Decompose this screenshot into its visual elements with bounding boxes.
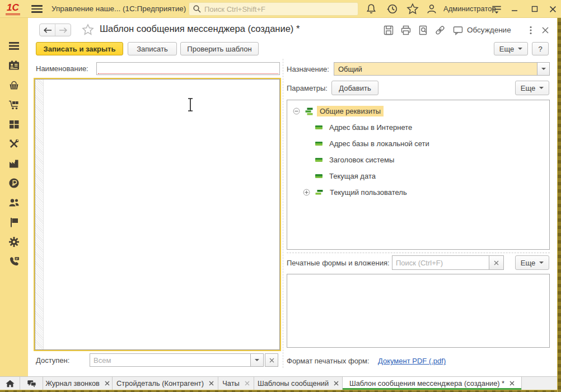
app-title: Управление наше... (1С:Предприятие) — [52, 0, 186, 18]
tree-row[interactable]: Текущий пользователь — [287, 184, 549, 200]
chat-bubbles-icon — [26, 379, 36, 389]
more-button-print-forms[interactable]: Еще — [515, 255, 549, 270]
pane-splitter[interactable] — [283, 59, 283, 368]
save-icon[interactable] — [383, 25, 394, 36]
maximize-icon[interactable] — [527, 2, 542, 16]
preview-icon[interactable] — [418, 25, 429, 36]
navigation-history-group — [39, 24, 71, 36]
available-dropdown-icon[interactable] — [250, 353, 264, 367]
open-windows-taskbar: Журнал звонков Стройдеталь (Контрагент) … — [0, 376, 557, 390]
tab-label: Стройдеталь (Контрагент) — [116, 379, 204, 388]
tree-row[interactable]: Текущая дата — [287, 168, 549, 184]
collapse-icon[interactable] — [293, 108, 300, 115]
menu-icon[interactable] — [8, 40, 20, 52]
purpose-dropdown-icon[interactable] — [537, 62, 550, 76]
tab-discussions[interactable] — [20, 377, 43, 390]
1c-logo-icon: 1С — [6, 2, 20, 15]
tree-row[interactable]: Адрес базы в локальной сети — [287, 136, 549, 152]
available-input[interactable] — [90, 353, 251, 367]
print-format-label: Формат печатных форм: — [287, 357, 370, 365]
available-label: Доступен: — [36, 356, 69, 365]
check-template-button[interactable]: Проверить шаблон — [180, 42, 259, 55]
minimize-icon[interactable] — [507, 2, 522, 16]
sales-cart-icon[interactable] — [8, 99, 20, 111]
settings-gear-icon[interactable] — [8, 236, 20, 248]
phone-calls-icon[interactable] — [8, 255, 20, 268]
tab-message-templates[interactable]: Шаблоны сообщений — [254, 377, 343, 390]
contacts-card-icon[interactable] — [8, 59, 20, 72]
tree-row[interactable]: Общие реквизиты — [287, 103, 549, 119]
available-clear-icon[interactable] — [265, 353, 278, 367]
tree-leaf-icon — [315, 174, 322, 178]
tree-row[interactable]: Заголовок системы — [287, 152, 549, 168]
main-menu-icon[interactable] — [31, 5, 43, 13]
more-button-toolbar[interactable]: Еще — [494, 42, 528, 55]
bell-icon[interactable] — [365, 3, 377, 15]
current-user[interactable]: Администратор — [443, 0, 496, 18]
tab-close-icon[interactable] — [209, 381, 214, 386]
back-icon[interactable] — [40, 24, 55, 36]
print-forms-search-clear-icon[interactable] — [489, 255, 504, 270]
production-factory-icon[interactable] — [8, 157, 20, 170]
service-menu-icon[interactable] — [490, 3, 503, 15]
tree-item[interactable]: Заголовок системы — [326, 155, 397, 165]
titlebar: 1С Управление наше... (1С:Предприятие) А… — [0, 0, 561, 18]
tree-row[interactable]: Адрес базы в Интернете — [287, 119, 549, 136]
forward-icon[interactable] — [55, 24, 71, 36]
purchases-basket-icon[interactable] — [8, 79, 20, 91]
print-forms-list[interactable] — [287, 274, 550, 348]
more-button-parameters[interactable]: Еще — [515, 81, 549, 95]
purpose-combo[interactable]: Общий — [334, 62, 537, 76]
tab-template-creation-active[interactable]: Шаблон сообщения мессенджера (создание) … — [343, 377, 522, 390]
favorites-star-icon[interactable] — [406, 3, 419, 15]
tab-counterparty[interactable]: Стройдеталь (Контрагент) — [113, 377, 218, 390]
chevron-down-icon — [539, 262, 544, 264]
global-search[interactable] — [189, 2, 358, 16]
print-icon[interactable] — [400, 25, 412, 36]
company-flag-icon[interactable] — [8, 216, 20, 228]
warehouse-grid-icon[interactable] — [8, 118, 20, 130]
print-forms-search-input[interactable] — [392, 255, 489, 270]
tab-close-icon[interactable] — [245, 381, 250, 386]
staff-people-icon[interactable] — [8, 197, 20, 209]
favorite-star-icon[interactable] — [82, 24, 94, 36]
money-ruble-icon[interactable] — [8, 177, 20, 189]
tree-item[interactable]: Адрес базы в локальной сети — [326, 138, 432, 149]
more-dots-icon[interactable] — [525, 25, 536, 36]
parameters-label: Параметры: — [287, 84, 328, 92]
discussion-label[interactable]: Обсуждение — [467, 26, 511, 34]
tree-group-icon — [304, 107, 313, 116]
discussion-bubble-icon[interactable] — [452, 25, 464, 36]
expand-icon[interactable] — [303, 189, 310, 196]
name-label: Наименование: — [36, 64, 88, 73]
history-icon[interactable] — [386, 3, 399, 15]
purpose-label: Назначение: — [287, 65, 329, 73]
template-text-editor[interactable] — [35, 79, 280, 350]
help-button[interactable]: ? — [532, 42, 549, 55]
tab-close-icon[interactable] — [334, 381, 339, 386]
link-icon[interactable] — [434, 25, 446, 36]
tab-chats[interactable]: Чаты — [218, 377, 254, 390]
chevron-down-icon — [539, 87, 544, 89]
tab-home[interactable] — [0, 377, 20, 390]
save-button[interactable]: Записать — [128, 42, 177, 55]
print-format-link[interactable]: Документ PDF (.pdf) — [378, 357, 446, 365]
search-input[interactable] — [204, 5, 354, 13]
add-parameter-button[interactable]: Добавить — [331, 81, 378, 95]
close-icon[interactable] — [545, 2, 560, 16]
works-tools-icon[interactable] — [8, 138, 20, 150]
chevron-down-icon — [518, 48, 522, 50]
close-form-icon[interactable] — [540, 25, 551, 36]
save-and-close-button[interactable]: Записать и закрыть — [36, 42, 123, 55]
tab-close-icon[interactable] — [509, 381, 515, 386]
section-separator — [287, 253, 550, 253]
more-label: Еще — [521, 84, 535, 92]
user-icon[interactable] — [426, 3, 438, 15]
tab-label: Шаблон сообщения мессенджера (создание) … — [349, 379, 504, 388]
tree-item[interactable]: Адрес базы в Интернете — [326, 122, 415, 133]
tree-item-root[interactable]: Общие реквизиты — [317, 106, 384, 116]
tree-item[interactable]: Текущая дата — [326, 171, 378, 181]
tab-close-icon[interactable] — [105, 381, 110, 386]
tab-call-log[interactable]: Журнал звонков — [43, 377, 113, 390]
tree-item[interactable]: Текущий пользователь — [327, 187, 410, 198]
